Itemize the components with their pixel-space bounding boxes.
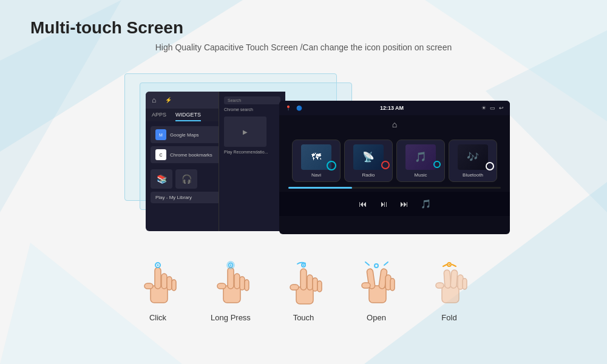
open-hand [355, 258, 398, 310]
svg-rect-8 [161, 274, 167, 289]
svg-rect-16 [234, 274, 240, 289]
page-title: Multi-touch Screen [30, 18, 577, 38]
google-maps-label: Google Maps [170, 132, 199, 138]
navi-label: Navi [311, 172, 321, 178]
svg-rect-25 [307, 275, 313, 290]
open-label: Open [367, 313, 386, 322]
fold-hand [428, 258, 470, 310]
headunit-controls: ⏮ ⏯ ⏭ 🎵 [279, 192, 510, 216]
click-hand-svg [138, 260, 178, 309]
click-hand [137, 258, 179, 310]
headphone-icon-box: 🎧 [175, 169, 197, 189]
music-circle [433, 161, 441, 168]
back-icon: ↩ [499, 105, 504, 111]
svg-point-30 [302, 264, 304, 265]
search-box: Search [224, 96, 280, 104]
gesture-click: Click [131, 258, 185, 322]
progress-bar [288, 187, 501, 189]
google-maps-icon: M [155, 129, 166, 140]
fold-label: Fold [441, 313, 456, 322]
bluetooth-icon: 🔵 [296, 106, 302, 111]
touch-label: Touch [293, 313, 314, 322]
music-label: Music [415, 172, 427, 178]
book-icon-box: 📚 [151, 169, 172, 189]
bluetooth-tile-img: 🎶 [458, 144, 488, 170]
headunit-header-right: ☀ ▭ ↩ [481, 105, 504, 111]
window-icon: ▭ [490, 105, 495, 111]
svg-rect-28 [290, 285, 299, 290]
svg-rect-11 [144, 283, 153, 289]
gesture-area: Click [30, 258, 577, 322]
app-tile-music: 🎵 Music [396, 140, 445, 182]
radio-label: Radio [362, 172, 375, 178]
gesture-long-press: Long Press [203, 258, 258, 322]
headunit-home-icon: ⌂ [392, 120, 397, 129]
play-pause-btn: ⏯ [379, 199, 388, 209]
headunit-header-left: 📍 🔵 [285, 106, 302, 111]
headunit-header: 📍 🔵 12:13 AM ☀ ▭ ↩ [279, 101, 510, 115]
headunit-app-grid: 🗺 Navi 📡 Radio [279, 133, 510, 187]
svg-rect-19 [217, 283, 226, 289]
music-note-btn: 🎵 [421, 199, 431, 209]
long-press-hand [209, 258, 252, 310]
music-tile-img: 🎵 [405, 144, 436, 170]
long-press-hand-svg [211, 260, 251, 309]
chrome-label: Chrome bookmarks [170, 152, 212, 158]
svg-point-22 [229, 264, 231, 266]
play-label: Play - My Library [155, 195, 192, 200]
gesture-fold: Fold [422, 258, 476, 322]
app-tile-bluetooth: 🎶 Bluetooth [449, 140, 497, 182]
long-press-label: Long Press [211, 313, 251, 322]
svg-rect-38 [442, 286, 459, 303]
svg-rect-10 [172, 280, 176, 291]
chrome-icon: C [155, 149, 166, 160]
brightness-icon: ☀ [481, 105, 486, 111]
svg-rect-9 [167, 277, 172, 290]
bt-bg: 🎶 [458, 144, 488, 170]
svg-rect-26 [313, 278, 317, 291]
svg-rect-27 [317, 281, 322, 292]
headunit-time: 12:13 AM [380, 105, 404, 111]
next-track-btn: ⏭ [400, 199, 409, 209]
progress-fill [288, 187, 352, 189]
fold-hand-svg [430, 260, 469, 309]
tab-widgets: WIDGETS [175, 112, 201, 121]
bt-circle [486, 162, 494, 170]
app-tile-radio: 📡 Radio [344, 140, 393, 182]
touch-hand-svg [284, 260, 324, 309]
svg-rect-43 [436, 283, 444, 288]
signal-icon: ⚡ [165, 97, 172, 103]
svg-rect-15 [228, 268, 234, 289]
radio-bg: 📡 [353, 144, 384, 170]
svg-rect-24 [300, 269, 307, 290]
play-rec-label: Play Recommendatio... [224, 150, 280, 154]
svg-point-45 [448, 263, 449, 265]
click-label: Click [149, 313, 166, 322]
svg-point-37 [375, 264, 378, 268]
home-icon: ⌂ [152, 96, 156, 104]
radio-circle [381, 161, 390, 169]
svg-rect-39 [444, 269, 451, 288]
svg-rect-35 [390, 278, 395, 291]
touch-hand [282, 258, 325, 310]
svg-rect-42 [463, 278, 467, 289]
svg-rect-18 [245, 280, 249, 291]
gesture-touch: Touch [276, 258, 331, 322]
svg-rect-36 [362, 283, 370, 288]
launcher-right-panel: Search Chrome search ▶ Play Recommendati… [219, 92, 285, 231]
svg-point-13 [157, 264, 158, 266]
prev-track-btn: ⏮ [359, 199, 367, 209]
svg-rect-17 [240, 277, 245, 290]
svg-rect-7 [155, 268, 161, 289]
app-tile-navi: 🗺 Navi [292, 140, 341, 182]
car-headunit-screen: 📍 🔵 12:13 AM ☀ ▭ ↩ ⌂ [279, 101, 510, 234]
svg-rect-40 [450, 269, 457, 288]
rec-box: ▶ [224, 116, 266, 147]
chrome-search-label: Chrome search [224, 107, 280, 112]
gps-icon: 📍 [285, 106, 291, 111]
tab-apps: APPS [152, 112, 166, 121]
subtitle-text: High Quality Capacitive Touch Screen /Ca… [30, 42, 577, 52]
screen-mockup-area: ⌂ ⚡ APPS WIDGETS M Google Maps C Chrome … [30, 67, 577, 249]
open-hand-svg [357, 260, 396, 309]
navi-circle [327, 161, 336, 170]
